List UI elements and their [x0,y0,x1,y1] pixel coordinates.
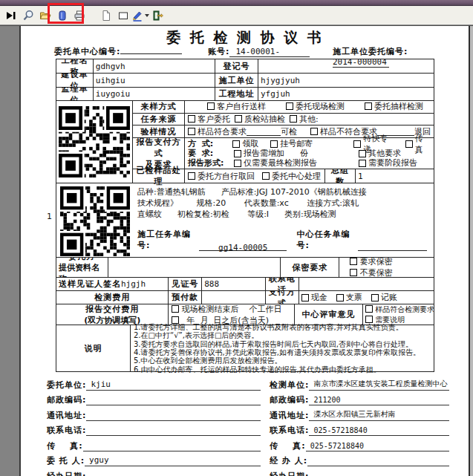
note-item: 1.请委托方详细、工整的填写清楚本协议书及附表的各项内容,并对其真实性负责。 [134,323,431,331]
checkbox-icon [172,305,179,313]
witness-no-label: 见证号 [169,278,202,290]
footer-value: 211200 [309,396,449,405]
footer-label: 传 真: [270,440,306,451]
checkbox-icon [234,150,241,157]
app-window: 委 托 检 测 协 议 书 委托单中心编号: 账号:14-00001- 施工单位… [0,0,473,476]
rectangle-button[interactable] [115,7,131,24]
total-groups-value: 1 [356,169,434,183]
note-item: 6.由中心代办邮寄、托运的样品和特快专递的报告,其代办费由委托方承担。 [134,365,431,374]
note-item: 4.请委托方妥善保存协议书,并凭此索取报告,如有遗失须持发票或发票复印件索取报告… [134,348,431,356]
sample-intake-block: 来样方式 客户自行送样 委托现场检测 委托抽样检测 任务来源 客户委托 质检站抽… [56,101,434,183]
method-opt2: 委托现场检测 [286,101,345,112]
pay-opt3: 记账 [381,292,397,303]
last-record-icon [5,10,17,22]
notes-list: 1.请委托方详细、工整的填写清楚本协议书及附表的各项内容,并对其真实性负责。 2… [131,325,434,371]
qr-code-2 [56,183,133,257]
checkbox-icon [188,115,195,123]
row-number: 1 [47,212,52,221]
center-task-blank [358,243,427,251]
material-label: 委托方 提供资料名称 [56,258,108,277]
center-no-underline [120,46,182,54]
source-opt3: 其他: [290,114,319,125]
handle-label: 已检样品处理 [133,169,185,183]
checkbox-icon [371,294,379,301]
method-opt3: 委托抽样检测 [365,101,423,112]
witness-row: 送样见证人签名hjgjh 见证号 888 联系电话 [56,278,434,291]
qr-code [59,106,130,177]
witness-no-value: 888 [202,278,266,290]
new-page-button[interactable] [98,7,114,24]
new-page-icon [100,10,112,22]
footer-value [307,465,449,466]
center-no-label: 委托单中心编号: [54,47,120,56]
last-record-button[interactable] [3,7,19,24]
header-line: 委托单中心编号: 账号:14-00001- 施工单位委托编号:2014-0000… [54,46,437,57]
secrecy-opt1: 要求保密 [350,258,392,267]
material-value [108,258,281,277]
footer-label: 通讯地址: [47,410,86,421]
footer-value: 南京市溧水区建筑安装工程质量检测中心 [309,379,449,391]
entrust-no-label: 施工单位委托编号: [333,47,408,56]
verify-blank-1 [247,128,281,136]
note-item: 3.委托方要求自选取回的样品,请于索取报告时间后七天内取回,否则中心将自行处理。 [134,340,431,348]
exit-button[interactable] [149,7,166,24]
footer-label: 经办日期: [270,471,309,476]
source-opt2: 质检站抽检 [235,114,285,125]
advance-value [202,291,266,304]
review-opt1: 样品符合检测要求 [365,304,434,315]
checkbox-icon [359,160,366,167]
account-value: 14-00001- [229,47,310,57]
account-label: 账号: [208,47,229,56]
checkbox-icon [336,294,344,301]
note-item: 5.中心在收到全部检测费用后发放检测报告。 [134,356,431,365]
footer-value [86,434,261,436]
total-groups-label: 总组数 [325,169,356,183]
edit-pen-icon [131,10,143,22]
checkbox-icon [188,172,195,180]
page-title: 委 托 检 测 协 议 书 [56,28,434,48]
verify-label: 验样情况 [133,125,185,137]
zoom-icon [22,10,34,22]
fee-row: 检测费用 预付款 支付方式 现金 支票 记账 [56,291,434,304]
center-task-label: 中心任务单编号: [296,229,358,251]
footer-value [86,404,261,405]
handle-opt1: 委托方自行取回 [198,171,255,182]
print-highlight-annotation [48,3,84,24]
footer-value: yguy [85,455,261,466]
footer-label: 委托单位: [47,379,86,391]
method-label: 来样方式 [133,101,185,113]
table-row: 监理单位 iuygoiu 工程地址 yfgjuh [56,88,434,101]
pay-opt2: 支票 [346,292,362,303]
checkbox-icon [365,102,372,110]
qr-code [60,186,130,256]
pay-label: 支付方式 [266,291,299,304]
footer-right: 检测单位:南京市溧水区建筑安装工程质量检测中心 邮政编码:211200 通讯地址… [270,375,449,476]
footer-left: 委托单位:kjiu 邮政编码: 通讯地址: 联系电话: 传 真: 委 托 人:y… [47,375,261,476]
verify-mid: 可检 [281,126,297,137]
footer-value: kjiu [86,379,261,391]
footer-label: 联系电话: [270,425,309,436]
project-name-label: 工程名称 [56,59,94,73]
table-row: 工程名称 gdhgvh 登记号 [56,59,434,74]
advance-label: 预付款 [169,291,202,304]
checkbox-icon [235,115,242,123]
zoom-button[interactable] [20,7,36,24]
witness-tel-label: 联系电话 [266,278,299,290]
footer-label: 检测单位: [270,379,309,391]
task-no-value: gg14-00005 [199,243,287,251]
edit-pen-button[interactable] [132,7,149,24]
checkbox-icon [207,102,215,110]
project-name-value: gdhgvh [94,59,215,73]
checkbox-icon [262,172,270,180]
checkbox-icon [286,102,293,110]
checkbox-icon [310,128,318,135]
checkbox-icon [365,316,373,323]
task-no-label: 施工任务单编号: [137,229,199,251]
sample-desc-line1: 品种:普通热轧钢筋 产品标准:JGJ 107-2010《钢筋机械连接 [137,186,431,198]
blank-button [88,7,97,24]
review-label: 中心评审意见 [295,304,364,325]
supervise-unit-label: 监理单位 [56,88,94,100]
checkbox-icon [232,140,240,148]
construct-unit-value: hjygjyuh [258,74,434,87]
form-label: 报告形式: [188,157,234,169]
